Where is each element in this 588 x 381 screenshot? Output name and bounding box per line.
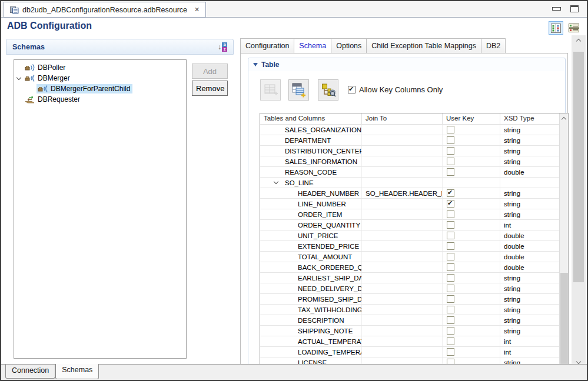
cell-xsd-type[interactable]: string [500,294,559,304]
cell-xsd-type[interactable]: string [500,135,559,145]
user-key-checkbox[interactable] [447,221,454,229]
cell-xsd-type[interactable]: string [500,305,559,315]
tab-child-exception-table-mappings[interactable]: Child Exception Table Mappings [367,38,481,54]
tree-item-dbmergerforparentchild[interactable]: DBMergerForParentChild [14,83,186,94]
user-key-checkbox[interactable] [447,306,454,313]
user-key-checkbox[interactable] [447,274,454,282]
cell-xsd-type[interactable]: string [500,209,559,219]
editor-tab[interactable]: db2udb_ADBConfigurationResource.adbResou… [4,2,206,18]
table-row[interactable]: HEADER_NUMBERSO_HEADER.HEADER_NU...strin… [260,188,559,199]
grid-vertical-scrollbar[interactable] [559,113,568,369]
tab-schema[interactable]: Schema [294,38,331,54]
tab-configuration[interactable]: Configuration [240,38,294,54]
cell-join-to[interactable]: SO_HEADER.HEADER_NU... [362,188,443,198]
user-key-checkbox[interactable] [447,242,454,250]
maximize-icon[interactable] [570,5,579,12]
column-header-tables-and-columns[interactable]: Tables and Columns [260,113,362,125]
cell-xsd-type[interactable]: string [500,326,559,336]
cell-join-to[interactable] [362,146,443,156]
tree-item-dbmerger[interactable]: DBMerger [14,73,186,83]
cell-xsd-type[interactable]: double [500,252,559,262]
cell-xsd-type[interactable]: int [500,220,559,230]
user-key-checkbox[interactable] [447,200,454,208]
cell-join-to[interactable] [362,283,443,293]
grid-scrollbar-thumb[interactable] [560,273,568,369]
table-row[interactable]: DISTRIBUTION_CENTERstring [260,146,559,156]
cell-join-to[interactable] [362,241,443,251]
cell-join-to[interactable] [362,230,443,240]
user-key-checkbox[interactable] [447,189,454,197]
rows-layout-toggle[interactable] [566,21,581,35]
cell-join-to[interactable] [362,167,443,177]
column-header-xsd-type[interactable]: XSD Type [500,113,559,125]
table-row[interactable]: ACTUAL_TEMPERATUREint [260,336,559,347]
cell-xsd-type[interactable]: string [500,273,559,283]
columns-layout-toggle[interactable] [549,21,563,35]
chevron-down-icon[interactable] [14,78,24,79]
cell-join-to[interactable] [362,273,443,283]
scroll-up-icon[interactable] [572,36,586,45]
cell-xsd-type[interactable]: string [500,199,559,209]
cell-join-to[interactable] [362,199,443,209]
table-row[interactable]: DESCRIPTIONstring [260,315,559,326]
table-row[interactable]: ORDER_ITEMstring [260,209,559,220]
table-row[interactable]: EXTENDED_PRICEdouble [260,241,559,252]
cell-xsd-type[interactable]: int [500,347,559,357]
cell-xsd-type[interactable]: string [500,156,559,166]
table-row[interactable]: SALES_ORGANIZATIONstring [260,125,559,135]
close-icon[interactable]: ✕ [194,6,200,14]
fetch-schema-button[interactable] [318,79,338,101]
scroll-up-icon[interactable] [560,114,568,123]
allow-key-columns-checkbox[interactable] [348,86,356,93]
cell-xsd-type[interactable]: double [500,167,559,177]
cell-xsd-type[interactable]: string [500,125,559,135]
user-key-checkbox[interactable] [447,147,454,155]
table-row[interactable]: PROMISED_SHIP_DATEstring [260,294,559,305]
cell-xsd-type[interactable] [500,178,559,188]
user-key-checkbox[interactable] [447,210,454,218]
cell-join-to[interactable] [362,209,443,219]
table-row[interactable]: TAX_WITHHOLDING_EXstring [260,305,559,315]
cell-join-to[interactable] [362,178,443,188]
cell-join-to[interactable] [362,326,443,336]
user-key-checkbox[interactable] [447,168,454,176]
table-row[interactable]: TOTAL_AMOUNTdouble [260,252,559,262]
user-key-checkbox[interactable] [447,126,454,133]
remove-button[interactable]: Remove [192,81,228,96]
cell-xsd-type[interactable]: double [500,241,559,251]
user-key-checkbox[interactable] [447,327,454,335]
cell-join-to[interactable] [362,125,443,135]
user-key-checkbox[interactable] [447,285,454,292]
bottom-tab-connection[interactable]: Connection [5,365,55,379]
column-header-user-key[interactable]: User Key [443,113,500,125]
table-section-header[interactable]: Table [248,58,565,71]
cell-join-to[interactable] [362,262,443,272]
cell-join-to[interactable] [362,336,443,346]
cell-xsd-type[interactable]: string [500,146,559,156]
user-key-checkbox[interactable] [447,136,454,144]
tree-item-dbrequester[interactable]: DBRequester [14,94,186,105]
table-row[interactable]: EARLIEST_SHIP_DATEstring [260,273,559,283]
cell-join-to[interactable] [362,135,443,145]
table-row[interactable]: SHIPPING_NOTEstring [260,326,559,336]
user-key-checkbox[interactable] [447,232,454,239]
table-row[interactable]: SALES_INFORMATIONstring [260,156,559,167]
cell-xsd-type[interactable]: string [500,315,559,325]
add-table-button[interactable] [260,79,281,101]
cell-join-to[interactable] [362,315,443,325]
bottom-tab-schemas[interactable]: Schemas [55,364,99,379]
user-key-checkbox[interactable] [447,348,454,356]
cell-join-to[interactable] [362,156,443,166]
form-vertical-scrollbar[interactable] [572,35,586,367]
cell-xsd-type[interactable]: string [500,188,559,198]
cell-xsd-type[interactable]: double [500,230,559,240]
column-header-join-to[interactable]: Join To [362,113,443,125]
user-key-checkbox[interactable] [447,295,454,303]
minimize-icon[interactable] [552,7,561,11]
table-row[interactable]: ORDER_QUANTITYint [260,220,559,230]
form-scrollbar-thumb[interactable] [573,52,584,282]
table-row[interactable]: NEED_DELIVERY_DATEstring [260,283,559,294]
user-key-checkbox[interactable] [447,337,454,345]
table-row[interactable]: UNIT_PRICEdouble [260,230,559,241]
add-child-table-button[interactable] [288,79,309,101]
